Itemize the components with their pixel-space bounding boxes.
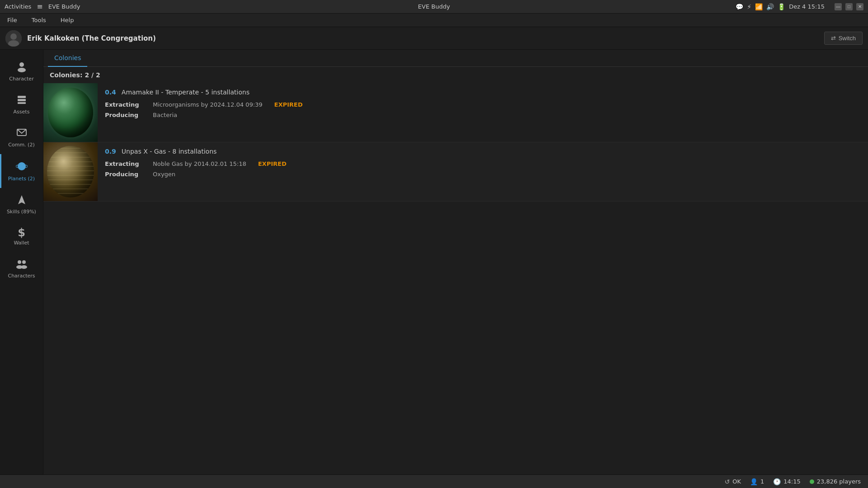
- svg-point-14: [22, 260, 26, 264]
- comm-icon: [16, 127, 27, 140]
- characters-icon: [15, 258, 28, 271]
- maximize-button[interactable]: □: [845, 3, 853, 10]
- sidebar-item-skills-wrapper: Skills (89%): [0, 188, 43, 221]
- svg-point-12: [18, 260, 21, 264]
- svg-rect-7: [18, 102, 26, 104]
- window-controls[interactable]: — □ ✕: [835, 3, 863, 10]
- svg-point-9: [18, 162, 26, 170]
- app-icon: ≡: [37, 2, 42, 11]
- colony-name-1: Amamake II - Temperate - 5 installations: [122, 89, 250, 96]
- sidebar-item-characters-wrapper: Characters: [0, 252, 43, 285]
- activities-label[interactable]: Activities: [5, 3, 31, 10]
- tab-colonies[interactable]: Colonies: [48, 50, 87, 67]
- status-time: 🕐 14:15: [773, 478, 800, 485]
- discord-tray-icon: 💬: [736, 3, 743, 10]
- svg-point-1: [10, 33, 17, 40]
- extracting-value-2: Noble Gas by 2014.02.01 15:18: [153, 160, 246, 167]
- status-time-value: 14:15: [783, 478, 800, 485]
- tray-icons: 💬 ⚡ 📶 🔊 🔋 Dez 4 15:15: [736, 3, 825, 10]
- status-ok: ↺ OK: [724, 478, 741, 485]
- comm-label: Comm. (2): [8, 142, 34, 148]
- title-bar-center: EVE Buddy: [418, 3, 450, 10]
- app-title: EVE Buddy: [418, 3, 450, 10]
- online-dot: [810, 479, 814, 484]
- svg-rect-5: [18, 96, 26, 98]
- colony-row-extract-1: Extracting Microorganisms by 2024.12.04 …: [105, 101, 861, 108]
- status-users: 👤 1: [750, 478, 764, 485]
- wallet-icon: $: [18, 227, 25, 238]
- svg-marker-11: [18, 195, 25, 204]
- wifi-tray-icon: 📶: [755, 3, 763, 10]
- colony-count: Colonies: 2 / 2: [43, 67, 868, 83]
- colony-name-2: Unpas X - Gas - 8 installations: [122, 148, 217, 155]
- ok-icon: ↺: [724, 478, 730, 485]
- expired-badge-1: EXPIRED: [274, 101, 303, 108]
- sidebar-item-planets-wrapper: Planets (2): [0, 154, 43, 188]
- colony-card-2[interactable]: 0.9 Unpas X - Gas - 8 installations Extr…: [43, 142, 868, 202]
- sidebar-item-comm-wrapper: Comm. (2): [0, 121, 43, 154]
- sidebar-item-skills[interactable]: Skills (89%): [0, 188, 43, 221]
- sidebar-item-character[interactable]: Character: [0, 54, 43, 88]
- svg-point-15: [21, 265, 27, 269]
- volume-tray-icon: 🔊: [766, 3, 774, 10]
- sidebar: Character Assets: [0, 50, 43, 474]
- colony-info-1: 0.4 Amamake II - Temperate - 5 installat…: [98, 83, 868, 142]
- colony-info-2: 0.9 Unpas X - Gas - 8 installations Extr…: [98, 142, 868, 201]
- title-bar-right: 💬 ⚡ 📶 🔊 🔋 Dez 4 15:15 — □ ✕: [736, 3, 863, 10]
- colony-row-extract-2: Extracting Noble Gas by 2014.02.01 15:18…: [105, 160, 861, 167]
- colony-thumb-2: [43, 142, 98, 201]
- switch-icon: ⇄: [831, 35, 836, 42]
- sidebar-item-characters[interactable]: Characters: [0, 252, 43, 285]
- sidebar-item-comm[interactable]: Comm. (2): [0, 121, 43, 154]
- close-button[interactable]: ✕: [856, 3, 863, 10]
- sidebar-item-planets[interactable]: Planets (2): [0, 154, 43, 188]
- users-count: 1: [760, 478, 764, 485]
- title-bar: Activities ≡ EVE Buddy EVE Buddy 💬 ⚡ 📶 🔊…: [0, 0, 868, 14]
- planets-label: Planets (2): [8, 176, 35, 182]
- status-online: 23,826 players: [810, 478, 861, 485]
- producing-label-1: Producing: [105, 112, 146, 118]
- users-icon: 👤: [750, 478, 758, 485]
- bluetooth-tray-icon: ⚡: [747, 3, 751, 10]
- file-menu[interactable]: File: [5, 15, 20, 25]
- producing-label-2: Producing: [105, 171, 146, 178]
- battery-tray-icon: 🔋: [778, 3, 785, 10]
- status-bar: ↺ OK 👤 1 🕐 14:15 23,826 players: [0, 474, 868, 488]
- user-name: Erik Kalkoken (The Congregation): [27, 34, 156, 42]
- app-name-left: EVE Buddy: [48, 3, 80, 10]
- producing-value-2: Oxygen: [153, 171, 175, 178]
- clock-icon: 🕐: [773, 478, 781, 485]
- switch-button[interactable]: ⇄ Switch: [824, 32, 863, 45]
- character-label: Character: [9, 76, 33, 82]
- minimize-button[interactable]: —: [835, 3, 842, 10]
- colony-card-1[interactable]: 0.4 Amamake II - Temperate - 5 installat…: [43, 83, 868, 142]
- svg-rect-6: [18, 99, 26, 101]
- colony-row-produce-2: Producing Oxygen: [105, 171, 861, 178]
- sidebar-item-wallet[interactable]: $ Wallet: [0, 221, 43, 252]
- planets-icon: [16, 160, 28, 174]
- tabs: Colonies: [43, 50, 868, 67]
- producing-value-1: Bacteria: [153, 112, 177, 118]
- app-header: Erik Kalkoken (The Congregation) ⇄ Switc…: [0, 27, 868, 50]
- sidebar-item-assets[interactable]: Assets: [0, 88, 43, 121]
- extracting-value-1: Microorganisms by 2024.12.04 09:39: [153, 101, 263, 108]
- clock-tray: Dez 4 15:15: [789, 3, 825, 10]
- skills-label: Skills (89%): [7, 209, 36, 215]
- help-menu[interactable]: Help: [58, 15, 77, 25]
- menu-bar: File Tools Help: [0, 14, 868, 27]
- character-icon: [16, 61, 28, 74]
- sidebar-item-wallet-wrapper: $ Wallet: [0, 221, 43, 252]
- avatar: [5, 30, 22, 47]
- active-bar: [0, 154, 1, 188]
- colony-row-produce-1: Producing Bacteria: [105, 112, 861, 118]
- content-area: Colonies Colonies: 2 / 2 0.4 Amamake II …: [43, 50, 868, 474]
- extracting-label-2: Extracting: [105, 160, 146, 167]
- characters-label: Characters: [8, 273, 35, 279]
- main-layout: Character Assets: [0, 50, 868, 474]
- switch-label: Switch: [839, 35, 856, 42]
- online-players: 23,826 players: [817, 478, 861, 485]
- colony-header-1: 0.4 Amamake II - Temperate - 5 installat…: [105, 89, 861, 96]
- sidebar-item-character-wrapper: Character: [0, 54, 43, 88]
- tools-menu[interactable]: Tools: [29, 15, 49, 25]
- sidebar-item-assets-wrapper: Assets: [0, 88, 43, 121]
